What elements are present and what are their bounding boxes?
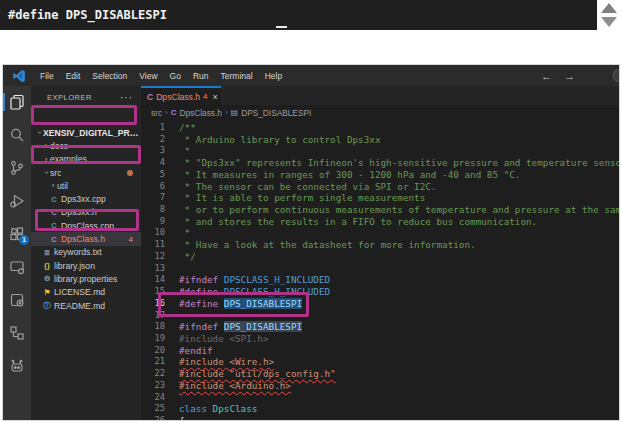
line-number: 1 <box>141 122 165 134</box>
line-number: 8 <box>141 204 165 216</box>
code-line-11[interactable]: 11 * Have a look at the datasheet for mo… <box>141 239 619 251</box>
command-palette-box[interactable] <box>613 69 620 82</box>
tree-item-label: docs <box>50 141 68 151</box>
code-line-1[interactable]: 1/** <box>141 122 619 134</box>
code-line-26[interactable]: 26{ <box>141 415 619 420</box>
code-text: #include <SPI.h> <box>179 333 269 345</box>
code-text: * It measures in ranges of 300 - 1200 hP… <box>179 169 520 181</box>
line-number: 6 <box>141 181 165 193</box>
code-line-6[interactable]: 6 * The sensor can be connected via SPI … <box>141 181 619 193</box>
code-line-24[interactable]: 24 <box>141 392 619 404</box>
tab-close-icon[interactable]: × <box>213 92 218 102</box>
code-line-20[interactable]: 20#endif <box>141 345 619 357</box>
code-line-7[interactable]: 7 * It is able to perform single measure… <box>141 192 619 204</box>
tree-item-license-md[interactable]: ⚑LICENSE.md <box>31 286 141 299</box>
code-line-14[interactable]: 14#ifndef DPSCLASS_H_INCLUDED <box>141 274 619 286</box>
nav-back-icon[interactable]: ← <box>541 70 552 82</box>
menu-file[interactable]: File <box>34 71 60 81</box>
menu-view[interactable]: View <box>133 71 163 81</box>
code-line-4[interactable]: 4 * "Dps3xx" represents Infineon's high-… <box>141 157 619 169</box>
tree-item-xensiv-digital-pressur-[interactable]: ›XENSIV_DIGITAL_PRESSUR.. <box>31 126 141 139</box>
breadcrumb-file[interactable]: DpsClass.h <box>180 108 222 118</box>
remote-explorer-icon[interactable] <box>3 258 31 276</box>
tree-item-label: library.properties <box>54 274 117 284</box>
code-line-3[interactable]: 3 * <box>141 145 619 157</box>
code-line-10[interactable]: 10 * <box>141 227 619 239</box>
tab-label: DpsClass.h <box>156 92 200 102</box>
code-line-23[interactable]: 23#include <Arduino.h> <box>141 380 619 392</box>
line-number: 14 <box>141 274 165 286</box>
code-text: #define DPSCLASS_H_INCLUDED <box>179 286 330 298</box>
tree-item-dpsclass-cpp[interactable]: CDpsClass.cpp <box>31 219 141 232</box>
references-icon[interactable] <box>3 324 31 342</box>
snippet-textarea[interactable]: #define DPS_DISABLESPI <box>0 0 597 30</box>
code-line-8[interactable]: 8 * or to perform continuous measurement… <box>141 204 619 216</box>
extensions-badge: 1 <box>19 235 29 245</box>
line-number: 19 <box>141 333 165 345</box>
breadcrumb-symbol[interactable]: DPS_DISABLESPI <box>241 108 311 118</box>
run-debug-icon[interactable] <box>3 192 31 210</box>
tree-item-dps3xx-cpp[interactable]: CDps3xx.cpp <box>31 192 141 205</box>
code-line-21[interactable]: 21#include <Wire.h> <box>141 356 619 368</box>
tree-item-dps3xx-h[interactable]: CDps3xx.h <box>31 206 141 219</box>
tree-item-util[interactable]: ›util <box>31 179 141 192</box>
code-line-2[interactable]: 2 * Arduino library to control Dps3xx <box>141 134 619 146</box>
menu-edit[interactable]: Edit <box>60 71 87 81</box>
breadcrumb-src[interactable]: src <box>151 108 162 118</box>
line-number: 15 <box>141 286 165 298</box>
search-icon[interactable] <box>3 126 31 144</box>
code-line-12[interactable]: 12 */ <box>141 251 619 263</box>
explorer-more-actions[interactable]: ··· <box>120 92 133 103</box>
line-number: 24 <box>141 392 165 404</box>
tree-item-docs[interactable]: ›docs <box>31 139 141 152</box>
code-line-15[interactable]: 15#define DPSCLASS_H_INCLUDED <box>141 286 619 298</box>
source-control-icon[interactable] <box>3 159 31 177</box>
testing-icon[interactable] <box>3 291 31 309</box>
line-number: 16 <box>141 298 165 310</box>
arrow-down-icon[interactable] <box>601 17 617 27</box>
tree-item-label: LICENSE.md <box>54 287 105 297</box>
menu-go[interactable]: Go <box>164 71 187 81</box>
code-line-22[interactable]: 22#include "util/dps_config.h" <box>141 368 619 380</box>
tree-item-library-properties[interactable]: ⚙library.properties <box>31 272 141 285</box>
robot-assistant-icon[interactable] <box>3 357 31 375</box>
tree-item-dpsclass-h[interactable]: CDpsClass.h4 <box>31 232 141 245</box>
code-line-16[interactable]: 16#define DPS_DISABLESPI <box>141 298 619 310</box>
tab-dpsclass-h[interactable]: C DpsClass.h 4 × <box>141 86 221 105</box>
tree-item-label: library.json <box>54 261 95 271</box>
line-number: 20 <box>141 345 165 357</box>
tree-item-label: examples <box>50 154 87 164</box>
tree-item-src[interactable]: ›src <box>31 166 141 179</box>
line-number: 23 <box>141 380 165 392</box>
menu-selection[interactable]: Selection <box>86 71 133 81</box>
menu-help[interactable]: Help <box>259 71 288 81</box>
code-text: class DpsClass <box>179 403 257 415</box>
ch-file-icon: C <box>49 208 59 217</box>
code-line-9[interactable]: 9 * and stores the results in a FIFO to … <box>141 216 619 228</box>
tree-item-readme-md[interactable]: ⓘREADME.md <box>31 299 141 312</box>
explorer-icon[interactable] <box>3 93 31 111</box>
menu-terminal[interactable]: Terminal <box>215 71 259 81</box>
code-line-19[interactable]: 19#include <SPI.h> <box>141 333 619 345</box>
code-line-17[interactable]: 17 <box>141 310 619 322</box>
tree-item-library-json[interactable]: {}library.json <box>31 259 141 272</box>
code-lines[interactable]: 1/**2 * Arduino library to control Dps3x… <box>141 122 619 420</box>
menu-run[interactable]: Run <box>187 71 215 81</box>
editor-group: C DpsClass.h 4 × src › C DpsClass.h › ▤ … <box>141 86 619 420</box>
chevron-right-icon: › <box>49 181 57 190</box>
arrow-up-icon[interactable] <box>601 3 617 13</box>
code-line-13[interactable]: 13 <box>141 263 619 275</box>
nav-forward-icon[interactable]: → <box>564 70 575 82</box>
extensions-icon[interactable]: 1 <box>3 225 31 243</box>
line-number: 12 <box>141 251 165 263</box>
code-line-25[interactable]: 25class DpsClass <box>141 403 619 415</box>
code-line-5[interactable]: 5 * It measures in ranges of 300 - 1200 … <box>141 169 619 181</box>
tree-item-label: DpsClass.h <box>61 234 105 244</box>
json-file-icon: {} <box>42 261 52 270</box>
activity-bar: 1 <box>3 86 31 420</box>
tree-item-keywords-txt[interactable]: ≣keywords.txt <box>31 246 141 259</box>
code-line-18[interactable]: 18#ifndef DPS_DISABLESPI <box>141 321 619 333</box>
line-number: 26 <box>141 415 165 420</box>
line-number: 17 <box>141 310 165 322</box>
tree-item-examples[interactable]: ›examples <box>31 153 141 166</box>
